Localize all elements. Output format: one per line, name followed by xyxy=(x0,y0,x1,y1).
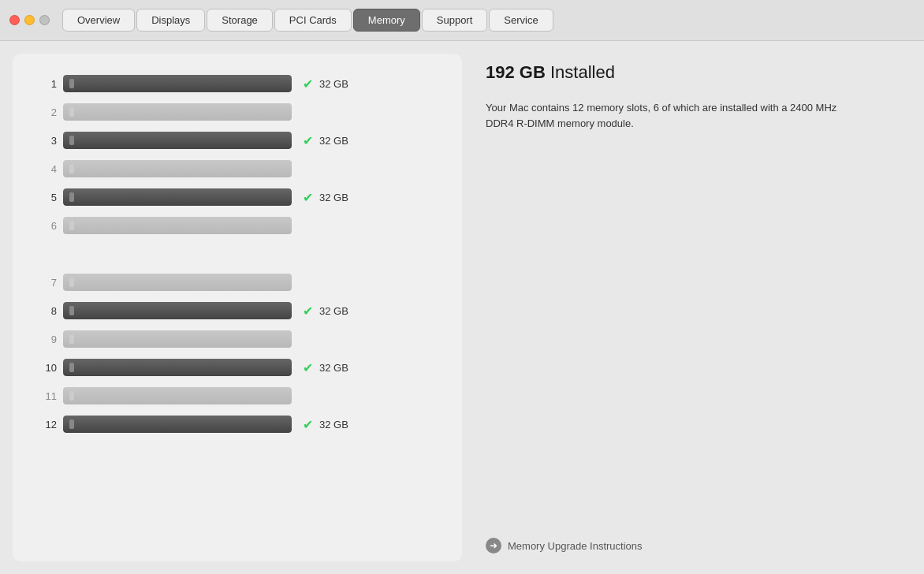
upgrade-link-label: Memory Upgrade Instructions xyxy=(508,540,643,552)
slot-check-icon-8: ✔ xyxy=(303,304,313,319)
slot-row-9: 9 xyxy=(32,325,443,353)
slot-number-10: 10 xyxy=(32,362,57,374)
slot-number-11: 11 xyxy=(32,390,57,402)
slot-group-2: 78✔32 GB910✔32 GB1112✔32 GB xyxy=(32,268,443,438)
tab-displays[interactable]: Displays xyxy=(136,9,205,32)
installed-label: Installed xyxy=(550,62,615,82)
slot-row-1: 1✔32 GB xyxy=(32,69,443,98)
slot-size-12: 32 GB xyxy=(319,419,348,430)
tab-support[interactable]: Support xyxy=(422,9,488,32)
slot-bar-5 xyxy=(63,188,292,206)
tab-service[interactable]: Service xyxy=(489,9,553,32)
slot-bar-2 xyxy=(63,103,292,121)
slot-bar-4 xyxy=(63,160,292,177)
tab-pci-cards[interactable]: PCI Cards xyxy=(274,9,352,32)
info-panel: 192 GB Installed Your Mac contains 12 me… xyxy=(478,54,911,561)
maximize-button[interactable] xyxy=(39,15,50,25)
slot-check-icon-10: ✔ xyxy=(303,360,313,375)
slot-number-6: 6 xyxy=(32,220,57,232)
slot-number-7: 7 xyxy=(32,277,57,289)
slot-check-icon-1: ✔ xyxy=(303,76,313,91)
tab-memory[interactable]: Memory xyxy=(353,9,420,32)
slot-size-5: 32 GB xyxy=(319,192,348,203)
tab-bar: OverviewDisplaysStoragePCI CardsMemorySu… xyxy=(62,9,555,32)
slot-check-icon-12: ✔ xyxy=(303,417,313,432)
slot-bar-10 xyxy=(63,359,292,376)
slot-row-5: 5✔32 GB xyxy=(32,183,443,211)
slot-number-1: 1 xyxy=(32,78,57,90)
slot-size-3: 32 GB xyxy=(319,135,348,147)
slot-row-7: 7 xyxy=(32,268,443,296)
slot-group-spacer xyxy=(32,255,443,268)
minimize-button[interactable] xyxy=(24,15,35,25)
slot-bar-7 xyxy=(63,274,292,291)
slot-number-8: 8 xyxy=(32,305,57,317)
close-button[interactable] xyxy=(9,15,20,25)
main-content: 1✔32 GB23✔32 GB45✔32 GB678✔32 GB910✔32 G… xyxy=(0,41,924,574)
slot-size-10: 32 GB xyxy=(319,362,348,374)
slot-number-5: 5 xyxy=(32,192,57,203)
slot-row-10: 10✔32 GB xyxy=(32,353,443,382)
memory-slots-panel: 1✔32 GB23✔32 GB45✔32 GB678✔32 GB910✔32 G… xyxy=(13,54,462,561)
upgrade-link[interactable]: ➜ Memory Upgrade Instructions xyxy=(486,538,904,554)
slot-bar-12 xyxy=(63,416,292,433)
slot-row-4: 4 xyxy=(32,155,443,183)
arrow-circle-icon: ➜ xyxy=(486,538,501,554)
slot-bar-9 xyxy=(63,330,292,348)
slot-number-3: 3 xyxy=(32,135,57,147)
slot-row-3: 3✔32 GB xyxy=(32,126,443,155)
slot-bar-6 xyxy=(63,217,292,234)
slot-number-2: 2 xyxy=(32,106,57,118)
slot-row-11: 11 xyxy=(32,382,443,410)
slot-row-8: 8✔32 GB xyxy=(32,296,443,325)
slot-check-icon-3: ✔ xyxy=(303,133,313,148)
titlebar: OverviewDisplaysStoragePCI CardsMemorySu… xyxy=(0,0,924,41)
memory-description: Your Mac contains 12 memory slots, 6 of … xyxy=(486,100,856,133)
slot-bar-11 xyxy=(63,387,292,404)
slot-number-9: 9 xyxy=(32,334,57,345)
installed-title: 192 GB Installed xyxy=(486,62,904,84)
slot-check-icon-5: ✔ xyxy=(303,190,313,205)
slot-bar-8 xyxy=(63,302,292,319)
slot-size-8: 32 GB xyxy=(319,305,348,317)
installed-amount: 192 GB xyxy=(486,62,546,82)
slot-size-1: 32 GB xyxy=(319,78,348,90)
slot-bar-1 xyxy=(63,75,292,92)
slot-number-4: 4 xyxy=(32,163,57,175)
traffic-lights xyxy=(9,15,50,25)
slot-row-6: 6 xyxy=(32,211,443,240)
slot-bar-3 xyxy=(63,132,292,149)
slot-row-12: 12✔32 GB xyxy=(32,410,443,438)
tab-storage[interactable]: Storage xyxy=(207,9,273,32)
tab-overview[interactable]: Overview xyxy=(62,9,135,32)
slot-group-1: 1✔32 GB23✔32 GB45✔32 GB6 xyxy=(32,69,443,240)
slot-number-12: 12 xyxy=(32,419,57,430)
slot-row-2: 2 xyxy=(32,98,443,126)
